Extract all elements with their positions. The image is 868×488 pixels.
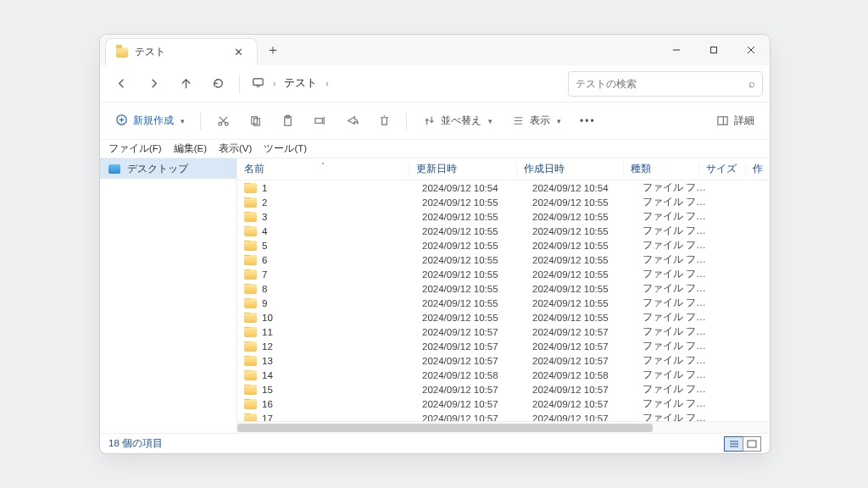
menu-tools[interactable]: ツール(T) (264, 142, 307, 155)
cell-created: 2024/09/12 10:55 (526, 298, 636, 308)
table-row[interactable]: 42024/09/12 10:552024/09/12 10:55ファイル フォ… (237, 224, 770, 238)
maximize-button[interactable] (695, 35, 732, 65)
close-button[interactable] (732, 35, 770, 65)
col-size[interactable]: サイズ (699, 163, 746, 175)
separator (239, 75, 240, 93)
cell-modified: 2024/09/12 10:57 (415, 385, 526, 395)
cell-type: ファイル フォルダー (636, 253, 714, 266)
table-row[interactable]: 32024/09/12 10:552024/09/12 10:55ファイル フォ… (237, 209, 770, 224)
table-row[interactable]: 152024/09/12 10:572024/09/12 10:57ファイル フ… (237, 382, 770, 396)
table-row[interactable]: 72024/09/12 10:552024/09/12 10:55ファイル フォ… (237, 267, 770, 281)
tab-current[interactable]: テスト ✕ (105, 38, 258, 65)
cell-created: 2024/09/12 10:55 (526, 269, 636, 280)
cell-type: ファイル フォルダー (636, 239, 714, 252)
chevron-down-icon: ▾ (488, 117, 492, 125)
cell-created: 2024/09/12 10:57 (526, 399, 636, 409)
search-input[interactable] (576, 78, 748, 90)
back-button[interactable] (107, 70, 136, 97)
file-name: 6 (262, 255, 267, 265)
chevron-down-icon: ▾ (181, 117, 185, 125)
col-type[interactable]: 種類 (624, 163, 699, 175)
new-button[interactable]: 新規作成 ▾ (108, 108, 192, 134)
up-button[interactable] (171, 70, 200, 97)
col-created[interactable]: 作成日時 (517, 163, 624, 175)
search-icon[interactable]: ⌕ (748, 77, 755, 90)
cell-created: 2024/09/12 10:55 (526, 197, 636, 208)
col-name[interactable]: 名前 ˄ (237, 163, 409, 175)
table-row[interactable]: 92024/09/12 10:552024/09/12 10:55ファイル フォ… (237, 296, 770, 310)
folder-icon (244, 327, 257, 337)
table-row[interactable]: 172024/09/12 10:572024/09/12 10:57ファイル フ… (237, 411, 770, 421)
file-name: 5 (262, 241, 267, 251)
table-row[interactable]: 142024/09/12 10:582024/09/12 10:58ファイル フ… (237, 368, 770, 382)
menu-view[interactable]: 表示(V) (219, 142, 252, 155)
cell-type: ファイル フォルダー (636, 397, 714, 410)
horizontal-scrollbar[interactable] (237, 421, 770, 433)
menu-file[interactable]: ファイル(F) (108, 142, 162, 155)
item-count: 18 個の項目 (108, 437, 163, 450)
view-button[interactable]: 表示 ▾ (504, 108, 568, 134)
cell-type: ファイル フォルダー (636, 282, 714, 295)
file-name: 17 (262, 413, 273, 422)
table-row[interactable]: 132024/09/12 10:572024/09/12 10:57ファイル フ… (237, 353, 770, 368)
cell-created: 2024/09/12 10:57 (526, 341, 636, 352)
table-row[interactable]: 52024/09/12 10:552024/09/12 10:55ファイル フォ… (237, 238, 770, 252)
breadcrumb-current[interactable]: テスト (284, 76, 317, 91)
table-row[interactable]: 12024/09/12 10:542024/09/12 10:54ファイル フォ… (237, 180, 770, 195)
cell-type: ファイル フォルダー (636, 340, 714, 352)
share-icon (345, 114, 359, 128)
folder-icon (244, 399, 257, 409)
folder-icon (244, 413, 257, 422)
sort-button[interactable]: 並べ替え ▾ (415, 108, 499, 134)
cell-modified: 2024/09/12 10:57 (415, 399, 526, 409)
cut-button[interactable] (209, 108, 236, 134)
col-modified[interactable]: 更新日時 (409, 163, 516, 175)
cell-created: 2024/09/12 10:55 (526, 255, 636, 265)
file-name: 15 (262, 385, 273, 395)
col-extra[interactable]: 作 (746, 163, 770, 175)
table-row[interactable]: 162024/09/12 10:572024/09/12 10:57ファイル フ… (237, 396, 770, 411)
column-headers: 名前 ˄ 更新日時 作成日時 種類 サイズ 作 (237, 158, 770, 180)
folder-icon (244, 341, 257, 352)
folder-icon (244, 212, 257, 222)
rename-button[interactable] (306, 108, 333, 134)
details-pane-button[interactable]: 詳細 (709, 108, 761, 134)
paste-button[interactable] (274, 108, 301, 134)
view-details-button[interactable] (724, 436, 743, 452)
minimize-button[interactable] (658, 35, 695, 65)
copy-button[interactable] (242, 108, 269, 134)
file-name: 7 (262, 269, 267, 280)
share-button[interactable] (338, 108, 365, 134)
monitor-icon (252, 76, 264, 92)
breadcrumb[interactable]: › テスト › (252, 76, 329, 92)
forward-button[interactable] (139, 70, 168, 97)
svg-rect-18 (314, 119, 321, 124)
content: 名前 ˄ 更新日時 作成日時 種類 サイズ 作 12024/09/12 10:5… (237, 158, 770, 433)
table-row[interactable]: 62024/09/12 10:552024/09/12 10:55ファイル フォ… (237, 252, 770, 267)
new-tab-button[interactable]: ＋ (258, 35, 288, 65)
folder-icon (244, 356, 257, 366)
menu-edit[interactable]: 編集(E) (174, 142, 207, 155)
view-thumbnails-button[interactable] (743, 436, 761, 452)
table-row[interactable]: 102024/09/12 10:552024/09/12 10:55ファイル フ… (237, 310, 770, 324)
delete-button[interactable] (370, 108, 398, 134)
sidebar-item-desktop[interactable]: デスクトップ (100, 158, 236, 179)
file-name: 2 (262, 197, 267, 208)
search-box[interactable]: ⌕ (568, 71, 763, 97)
table-row[interactable]: 22024/09/12 10:552024/09/12 10:55ファイル フォ… (237, 195, 770, 209)
folder-icon (244, 183, 257, 193)
table-row[interactable]: 112024/09/12 10:572024/09/12 10:57ファイル フ… (237, 324, 770, 339)
cell-created: 2024/09/12 10:55 (526, 313, 636, 323)
scrollbar-thumb[interactable] (237, 424, 653, 432)
list-icon (511, 114, 525, 128)
refresh-button[interactable] (203, 70, 232, 97)
table-row[interactable]: 122024/09/12 10:572024/09/12 10:57ファイル フ… (237, 339, 770, 353)
file-list[interactable]: 12024/09/12 10:542024/09/12 10:54ファイル フォ… (237, 180, 770, 421)
folder-icon (244, 385, 257, 395)
more-button[interactable]: ••• (573, 108, 603, 134)
tab-close-button[interactable]: ✕ (231, 46, 247, 58)
file-name: 4 (262, 226, 267, 236)
view-toggle (724, 436, 761, 452)
table-row[interactable]: 82024/09/12 10:552024/09/12 10:55ファイル フォ… (237, 281, 770, 296)
cell-type: ファイル フォルダー (636, 369, 714, 381)
